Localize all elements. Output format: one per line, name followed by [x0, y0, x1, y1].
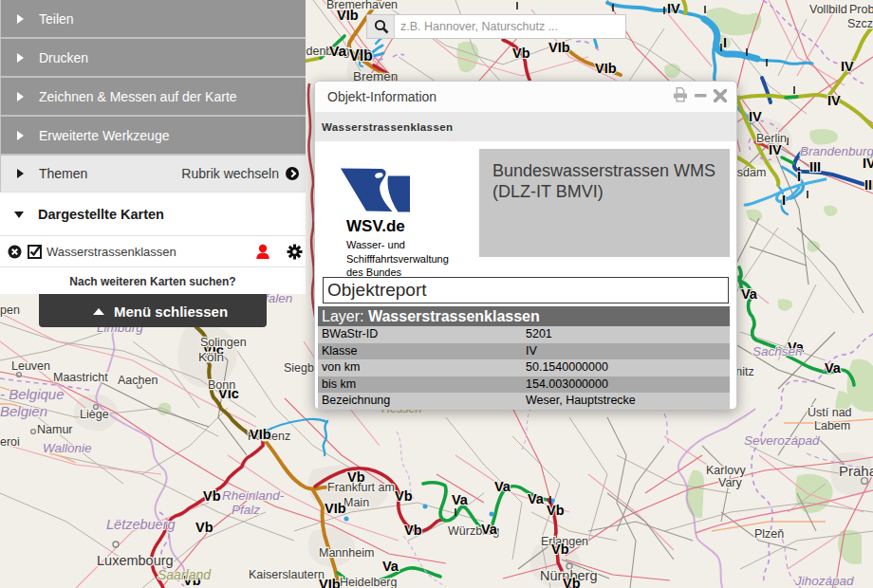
svg-text:Aachen: Aachen — [118, 374, 158, 387]
svg-text:Probl: Probl — [849, 3, 873, 16]
svg-text:VIb: VIb — [595, 61, 617, 76]
svg-text:III: III — [864, 177, 873, 193]
svg-text:Va: Va — [329, 43, 346, 59]
svg-text:Namur: Namur — [37, 423, 73, 436]
svg-text:Luxembourg: Luxembourg — [97, 553, 174, 568]
svg-text:I: I — [782, 193, 786, 208]
svg-text:VIb: VIb — [325, 501, 346, 516]
svg-text:VIb: VIb — [548, 40, 570, 55]
svg-text:IV: IV — [769, 142, 782, 157]
svg-text:IV: IV — [749, 109, 762, 124]
svg-text:eroi: eroi — [0, 435, 20, 449]
svg-text:Heidelberg: Heidelberg — [340, 576, 398, 588]
svg-text:Vb: Vb — [563, 576, 581, 588]
svg-text:Pfalz: Pfalz — [232, 503, 260, 517]
svg-text:Plzeň: Plzeň — [754, 527, 784, 541]
svg-text:Vb: Vb — [395, 488, 413, 504]
svg-text:III: III — [809, 159, 821, 175]
svg-text:I: I — [723, 35, 727, 50]
svg-text:I: I — [797, 169, 801, 184]
svg-text:Vb: Vb — [347, 469, 365, 485]
svg-text:Vary: Vary — [718, 476, 743, 489]
svg-text:VIb: VIb — [250, 427, 271, 442]
svg-text:Va: Va — [452, 492, 469, 507]
svg-text:Lëtzebuerg: Lëtzebuerg — [106, 517, 176, 532]
svg-text:Belgien: Belgien — [0, 403, 47, 419]
svg-text:IV: IV — [827, 93, 841, 108]
svg-text:pen: pen — [0, 303, 20, 317]
svg-text:VIb: VIb — [337, 8, 359, 23]
svg-text:Bonn: Bonn — [208, 378, 235, 392]
svg-text:Ústí nad: Ústí nad — [808, 405, 852, 419]
svg-text:Main: Main — [344, 496, 369, 509]
svg-text:Solingen: Solingen — [200, 336, 247, 349]
svg-text:Va: Va — [741, 286, 758, 302]
svg-text:Kaiserslautern: Kaiserslautern — [249, 568, 325, 581]
svg-text:Va: Va — [825, 360, 842, 376]
svg-text:Vb: Vb — [547, 503, 565, 518]
svg-text:VIb: VIb — [349, 47, 373, 64]
svg-text:Va: Va — [382, 559, 399, 574]
svg-text:IV: IV — [863, 156, 873, 171]
svg-text:Vb: Vb — [404, 523, 422, 538]
svg-text:Va: Va — [481, 522, 498, 537]
svg-text:Va: Va — [494, 479, 511, 494]
svg-text:IV: IV — [667, 1, 680, 16]
svg-text:Saarland: Saarland — [158, 567, 212, 582]
svg-text:Köln: Köln — [198, 350, 224, 364]
svg-text:Liège: Liège — [80, 408, 109, 421]
svg-text:Va: Va — [528, 491, 545, 506]
svg-text:IV: IV — [841, 59, 854, 74]
svg-text:Vb: Vb — [512, 46, 530, 61]
svg-text:Severozápad: Severozápad — [744, 433, 820, 448]
svg-text:Maastricht: Maastricht — [53, 371, 108, 384]
svg-text:Vb: Vb — [551, 542, 569, 557]
svg-text:Jihozápad: Jihozápad — [794, 574, 854, 588]
svg-text:Rheinland-: Rheinland- — [222, 488, 285, 503]
svg-text:VIb: VIb — [319, 577, 341, 588]
svg-text:Szcze: Szcze — [847, 17, 873, 30]
svg-text:Vb: Vb — [195, 520, 214, 535]
svg-text:Sachsen: Sachsen — [752, 344, 803, 358]
svg-text:Vb: Vb — [203, 488, 221, 504]
svg-text:Praha: Praha — [839, 463, 873, 479]
svg-text:Labem: Labem — [814, 419, 850, 432]
svg-text:Karlovy: Karlovy — [706, 464, 746, 477]
svg-text:Mannheim: Mannheim — [319, 546, 374, 560]
svg-text:Wallonie: Wallonie — [43, 441, 92, 455]
svg-text:- Belgique: - Belgique — [0, 386, 65, 402]
svg-text:Leuven: Leuven — [11, 359, 50, 373]
svg-text:Vollbild: Vollbild — [809, 3, 847, 16]
